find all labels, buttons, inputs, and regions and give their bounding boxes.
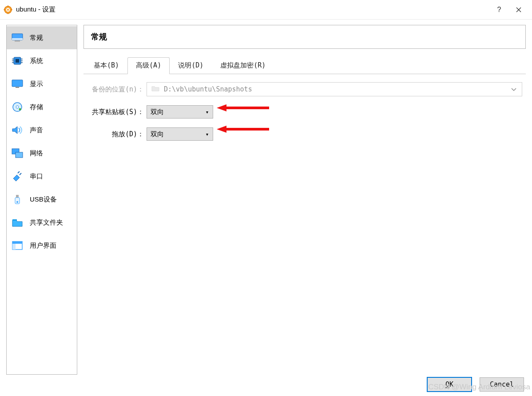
svg-rect-8 [12,38,23,40]
sidebar-item-label: 存储 [30,103,43,111]
sidebar-item-label: 串口 [30,172,43,181]
snapshot-path-value: D:\vb\ubuntu\Snapshots [164,85,252,93]
svg-marker-35 [217,104,226,111]
cancel-button[interactable]: Cancel [480,377,524,392]
svg-rect-24 [16,152,23,158]
monitor-icon [11,33,24,43]
svg-rect-33 [12,244,16,249]
help-button[interactable]: ? [489,0,509,20]
svg-rect-6 [11,9,12,10]
label-dragdrop: 拖放(D)： [87,130,147,139]
svg-point-22 [19,108,21,111]
snapshot-path-field[interactable]: D:\vb\ubuntu\Snapshots [147,82,522,96]
row-dragdrop: 拖放(D)： 双向 ▾ [87,127,522,141]
annotation-arrow [217,126,270,133]
usb-icon [11,194,24,204]
label-snapshot: 备份的位置(n)： [87,85,147,94]
titlebar: ubuntu - 设置 ? [0,0,532,20]
svg-rect-5 [4,9,5,10]
svg-rect-3 [8,5,8,7]
content: 常规 基本(B) 高级(A) 说明(D) 虚拟盘加密(R) 备份的位置(n)： … [83,25,526,375]
row-snapshot-path: 备份的位置(n)： D:\vb\ubuntu\Snapshots [87,82,522,96]
sidebar-item-label: 常规 [30,34,43,42]
form-area: 备份的位置(n)： D:\vb\ubuntu\Snapshots 共享粘贴板(S… [83,74,526,158]
row-clipboard: 共享粘贴板(S)： 双向 ▾ [87,105,522,119]
sidebar-item-display[interactable]: 显示 [7,72,77,95]
sidebar-item-serial[interactable]: 串口 [7,165,77,188]
svg-marker-37 [217,126,226,133]
speaker-icon [11,125,24,135]
svg-point-29 [16,201,18,203]
sidebar-item-storage[interactable]: 存储 [7,95,77,119]
screen-icon [11,79,24,89]
svg-rect-30 [12,219,17,221]
sidebar-item-system[interactable]: 系统 [7,49,77,72]
label-clipboard: 共享粘贴板(S)： [87,108,147,116]
tab-encryption[interactable]: 虚拟盘加密(R) [212,57,274,74]
sidebar-item-general[interactable]: 常规 [7,26,77,49]
folder-icon [151,85,159,93]
svg-rect-32 [12,242,22,244]
svg-line-26 [20,173,21,175]
sidebar-item-label: 共享文件夹 [30,218,63,227]
tab-advanced[interactable]: 高级(A) [127,57,170,74]
sidebar-item-usb[interactable]: USB设备 [7,188,77,211]
folder-icon [11,218,24,227]
sidebar-item-label: USB设备 [30,195,57,204]
clipboard-combo[interactable]: 双向 ▾ [147,105,213,119]
close-button[interactable] [509,0,528,20]
svg-rect-19 [16,87,19,88]
dragdrop-value: 双向 [151,130,164,139]
net-icon [11,148,24,158]
sidebar-item-shared[interactable]: 共享文件夹 [7,211,77,234]
plug-icon [11,171,24,181]
panel-title: 常规 [83,25,526,49]
svg-rect-18 [12,80,23,87]
close-icon [516,7,521,12]
footer: OK Cancel [427,377,524,392]
disk-icon [11,102,24,112]
sidebar-item-audio[interactable]: 声音 [7,119,77,142]
sidebar-item-label: 系统 [30,57,43,65]
window-title: ubuntu - 设置 [16,5,56,14]
svg-rect-9 [15,40,20,42]
svg-point-2 [7,8,9,10]
svg-rect-11 [16,59,19,63]
caret-down-icon: ▾ [206,132,208,137]
app-icon [4,5,12,14]
tabs: 基本(B) 高级(A) 说明(D) 虚拟盘加密(R) [83,57,526,74]
svg-point-21 [16,106,19,108]
clipboard-value: 双向 [151,108,164,116]
sidebar-item-network[interactable]: 网络 [7,142,77,165]
annotation-arrow [217,104,270,111]
caret-down-icon: ▾ [206,110,208,115]
sidebar-item-label: 显示 [30,80,43,88]
tab-basic[interactable]: 基本(B) [85,57,127,74]
window-icon [11,241,24,250]
chevron-down-icon [511,85,516,93]
tab-description[interactable]: 说明(D) [170,57,212,74]
sidebar-item-label: 用户界面 [30,242,56,250]
svg-rect-4 [8,12,8,14]
sidebar-item-label: 网络 [30,149,43,158]
sidebar-item-ui[interactable]: 用户界面 [7,234,77,257]
dragdrop-combo[interactable]: 双向 ▾ [147,127,213,141]
svg-line-25 [18,171,20,173]
sidebar-item-label: 声音 [30,126,43,135]
chip-icon [11,56,24,66]
sidebar: 常规 系统 显示 存储 声音 [6,25,77,375]
svg-rect-27 [16,195,19,198]
ok-button[interactable]: OK [427,377,472,392]
